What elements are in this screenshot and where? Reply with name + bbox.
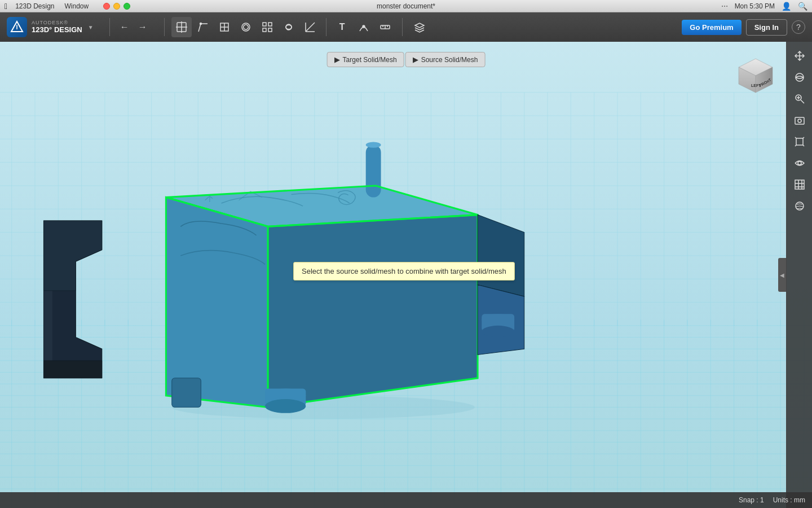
material-button[interactable] bbox=[790, 196, 809, 216]
measure-tool[interactable] bbox=[300, 17, 320, 37]
svg-rect-141 bbox=[796, 138, 803, 145]
redo-button[interactable]: → bbox=[135, 19, 151, 35]
tooltip-message: Select the source solid/mesh to combine … bbox=[302, 267, 506, 275]
toolbar-divider-2 bbox=[164, 18, 165, 36]
maximize-button[interactable] bbox=[123, 3, 130, 10]
logo-area: AUTODESK® 123D° DESIGN ▼ bbox=[7, 17, 94, 37]
cursor2-icon: ▶ bbox=[413, 55, 418, 64]
svg-rect-11 bbox=[268, 23, 272, 26]
toolbar-divider-1 bbox=[109, 18, 110, 36]
zoom-tool-button[interactable] bbox=[790, 89, 809, 108]
visibility-button[interactable] bbox=[790, 154, 809, 173]
svg-rect-139 bbox=[795, 117, 804, 124]
sign-in-button[interactable]: Sign In bbox=[746, 19, 787, 36]
tooltip-box: Select the source solid/mesh to combine … bbox=[293, 262, 515, 281]
close-button[interactable] bbox=[103, 3, 110, 10]
svg-point-142 bbox=[798, 161, 801, 165]
nav-buttons: ← → bbox=[117, 19, 151, 35]
ruler-tool[interactable] bbox=[375, 17, 395, 37]
svg-rect-12 bbox=[263, 28, 266, 32]
go-premium-button[interactable]: Go Premium bbox=[682, 20, 741, 35]
orbit-tool-button[interactable] bbox=[790, 68, 809, 87]
right-toolbar bbox=[786, 42, 812, 508]
svg-point-129 bbox=[482, 326, 514, 338]
perspective-toggle-button[interactable] bbox=[790, 132, 809, 151]
pan-tool-button[interactable] bbox=[790, 46, 809, 65]
target-solid-label: Target Solid/Mesh bbox=[343, 56, 397, 64]
source-solid-label: Source Solid/Mesh bbox=[421, 56, 478, 64]
svg-rect-13 bbox=[268, 28, 272, 32]
camera-view-button[interactable] bbox=[790, 111, 809, 130]
view-cube[interactable]: LEFT FROnT bbox=[733, 53, 778, 98]
minimize-button[interactable] bbox=[113, 3, 120, 10]
app-toolbar: AUTODESK® 123D° DESIGN ▼ ← → bbox=[0, 12, 812, 42]
svg-point-18 bbox=[363, 25, 365, 28]
svg-line-136 bbox=[801, 100, 804, 103]
right-buttons: Go Premium Sign In ? bbox=[682, 19, 805, 36]
toolbar-divider-4 bbox=[402, 18, 403, 36]
units-status: Units : mm bbox=[773, 496, 805, 504]
snap-tool[interactable] bbox=[354, 17, 374, 37]
snap-status: Snap : 1 bbox=[739, 496, 764, 504]
cursor-icon: ▶ bbox=[334, 55, 340, 64]
source-solid-mesh-button[interactable]: ▶ Source Solid/Mesh bbox=[405, 52, 486, 67]
window-title: monster document* bbox=[377, 2, 435, 10]
status-bar: Snap : 1 Units : mm bbox=[0, 492, 812, 508]
app-logo bbox=[7, 17, 27, 37]
svg-line-17 bbox=[306, 23, 315, 32]
modify-tool[interactable] bbox=[236, 17, 256, 37]
svg-rect-10 bbox=[263, 23, 266, 26]
layers-tool[interactable] bbox=[409, 17, 430, 37]
svg-point-5 bbox=[200, 23, 201, 25]
target-solid-mesh-button[interactable]: ▶ Target Solid/Mesh bbox=[327, 52, 404, 67]
construct-tool[interactable] bbox=[214, 17, 235, 37]
toolbar-divider-3 bbox=[326, 18, 326, 36]
tools-group: T bbox=[171, 17, 395, 37]
smart-transform-tool[interactable] bbox=[171, 17, 192, 37]
window-menu-label[interactable]: Window bbox=[65, 2, 89, 10]
title-bar-right: ⋅⋅⋅ Mon 5:30 PM 👤 🔍 bbox=[721, 2, 807, 11]
wifi-icon: ⋅⋅⋅ bbox=[721, 2, 728, 10]
logo-text: AUTODESK® 123D° DESIGN bbox=[32, 20, 82, 34]
help-button[interactable]: ? bbox=[792, 20, 805, 34]
title-bar-controls:  123D Design Window bbox=[5, 2, 130, 11]
svg-point-122 bbox=[366, 142, 381, 147]
pattern-tool[interactable] bbox=[257, 17, 277, 37]
title-bar:  123D Design Window monster document* ⋅… bbox=[0, 0, 812, 12]
user-icon: 👤 bbox=[782, 2, 791, 11]
svg-point-140 bbox=[798, 119, 801, 122]
svg-rect-143 bbox=[795, 180, 804, 189]
right-panel-tab[interactable]: ◀ bbox=[778, 258, 786, 292]
svg-rect-123 bbox=[172, 378, 201, 408]
text-tool[interactable]: T bbox=[332, 17, 352, 37]
svg-point-126 bbox=[265, 399, 306, 413]
undo-button[interactable]: ← bbox=[117, 19, 133, 35]
group-tool[interactable] bbox=[279, 17, 299, 37]
app-menu-label[interactable]: 123D Design bbox=[15, 2, 54, 10]
product-label: 123D° DESIGN bbox=[32, 26, 82, 34]
selection-bar: ▶ Target Solid/Mesh ▶ Source Solid/Mesh bbox=[327, 52, 486, 67]
svg-point-134 bbox=[796, 73, 804, 81]
logo-dropdown-icon[interactable]: ▼ bbox=[88, 24, 94, 30]
apple-menu-icon[interactable]:  bbox=[5, 2, 7, 11]
grid-toggle-button[interactable] bbox=[790, 175, 809, 194]
sketch-tool[interactable] bbox=[193, 17, 213, 37]
svg-rect-121 bbox=[366, 145, 381, 198]
search-icon[interactable]: 🔍 bbox=[798, 2, 807, 11]
main-viewport: ▶ Target Solid/Mesh ▶ Source Solid/Mesh … bbox=[0, 42, 812, 508]
time-display: Mon 5:30 PM bbox=[735, 2, 775, 10]
